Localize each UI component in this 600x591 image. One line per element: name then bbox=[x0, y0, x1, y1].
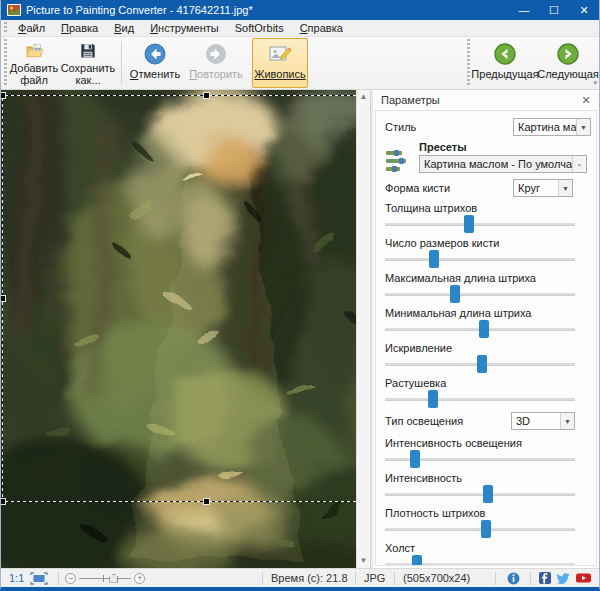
min-stroke-length-slider[interactable] bbox=[385, 322, 575, 336]
zoom-in-icon[interactable]: + bbox=[134, 573, 145, 584]
selection-handle-mid-left[interactable] bbox=[1, 295, 6, 302]
toolbar-overflow-icon[interactable]: ▾ bbox=[593, 79, 597, 87]
titlebar: Picture to Painting Converter - 41764221… bbox=[1, 0, 599, 20]
zoom-ratio-button[interactable]: 1:1 bbox=[5, 572, 28, 584]
lighting-intensity-slider[interactable] bbox=[385, 452, 575, 466]
toolbar-spacer bbox=[309, 37, 464, 89]
image-canvas[interactable] bbox=[1, 90, 356, 568]
menu-file[interactable]: Файл bbox=[10, 21, 53, 35]
slider-row: Растушевка bbox=[385, 377, 591, 406]
parameters-panel: Параметры ✕ Стиль Картина маслом ▼ bbox=[373, 90, 599, 568]
menu-help[interactable]: Справка bbox=[292, 21, 351, 35]
slider-row: Минимальная длина штриха bbox=[385, 307, 591, 336]
presets-dropdown[interactable]: Картина маслом - По умолча ⌄ bbox=[419, 155, 587, 173]
add-file-label: Добавить файл bbox=[10, 62, 59, 86]
zoom-slider[interactable]: − + bbox=[65, 573, 145, 584]
add-file-button[interactable]: Добавить файл bbox=[11, 38, 57, 88]
zoom-slider-thumb[interactable] bbox=[109, 574, 118, 583]
selection-handle-bottom-center[interactable] bbox=[203, 498, 210, 505]
slider-label: Толщина штрихов bbox=[385, 202, 591, 214]
brush-shape-dropdown[interactable]: Круг ▼ bbox=[513, 179, 573, 197]
next-icon bbox=[556, 42, 580, 66]
slider-label: Интенсивность bbox=[385, 472, 591, 484]
slider-thumb[interactable] bbox=[450, 285, 460, 303]
info-icon[interactable] bbox=[507, 572, 520, 585]
app-icon bbox=[7, 4, 21, 16]
youtube-icon[interactable] bbox=[576, 572, 591, 584]
twitter-icon[interactable] bbox=[557, 573, 570, 584]
slider-row: Максимальная длина штриха bbox=[385, 272, 591, 301]
previous-button[interactable]: Предыдущая bbox=[474, 38, 536, 88]
chevron-down-icon: ▼ bbox=[576, 119, 590, 135]
save-as-button[interactable]: Сохранить как... bbox=[59, 38, 117, 88]
slider-thumb[interactable] bbox=[412, 555, 422, 566]
toolbar-grip[interactable] bbox=[3, 39, 8, 87]
panel-close-icon[interactable]: ✕ bbox=[579, 94, 593, 107]
curvature-slider[interactable] bbox=[385, 357, 575, 371]
toolbar-separator bbox=[121, 41, 122, 85]
menu-view[interactable]: Вид bbox=[106, 21, 142, 35]
paint-label: Живопись bbox=[254, 68, 305, 80]
window-title: Picture to Painting Converter - 41764221… bbox=[26, 4, 509, 16]
presets-label: Пресеты bbox=[419, 141, 587, 153]
slider-label: Искривление bbox=[385, 342, 591, 354]
menubar-grip[interactable] bbox=[3, 22, 8, 34]
slider-label: Растушевка bbox=[385, 377, 591, 389]
scroll-down-icon[interactable]: ▼ bbox=[360, 556, 368, 566]
image-scrollbar[interactable]: ▲ ▼ bbox=[356, 90, 371, 568]
image-dimensions: (505x700x24) bbox=[395, 572, 495, 584]
style-dropdown[interactable]: Картина маслом ▼ bbox=[513, 118, 591, 136]
zoom-slider-track[interactable] bbox=[79, 573, 131, 584]
previous-label: Предыдущая bbox=[471, 68, 538, 80]
slider-thumb[interactable] bbox=[477, 355, 487, 373]
canvas-slider[interactable] bbox=[385, 557, 575, 566]
slider-thumb[interactable] bbox=[483, 485, 493, 503]
panel-title: Параметры bbox=[381, 94, 579, 106]
zoom-out-icon[interactable]: − bbox=[65, 573, 76, 584]
max-stroke-length-slider[interactable] bbox=[385, 287, 575, 301]
slider-row: Число размеров кисти bbox=[385, 237, 591, 266]
nav-toolbar-grip[interactable] bbox=[466, 39, 471, 87]
menu-tools[interactable]: Инструменты bbox=[142, 21, 227, 35]
undo-button[interactable]: Отменить bbox=[126, 38, 184, 88]
menubar: Файл Правка Вид Инструменты SoftOrbits С… bbox=[1, 20, 599, 37]
intensity-slider[interactable] bbox=[385, 487, 575, 501]
menu-edit[interactable]: Правка bbox=[53, 21, 106, 35]
redo-label: Повторить bbox=[189, 68, 243, 80]
lighting-type-dropdown[interactable]: 3D ▼ bbox=[511, 412, 575, 430]
scroll-up-icon[interactable]: ▲ bbox=[360, 92, 368, 102]
redo-button[interactable]: Повторить bbox=[186, 38, 246, 88]
selection-handle-top-left[interactable] bbox=[1, 92, 6, 99]
close-button[interactable]: ✕ bbox=[569, 0, 599, 20]
processing-time: Время (с): 21.8 bbox=[263, 572, 355, 584]
slider-label: Минимальная длина штриха bbox=[385, 307, 591, 319]
minimize-button[interactable]: — bbox=[509, 0, 539, 20]
stroke-thickness-slider[interactable] bbox=[385, 217, 575, 231]
facebook-icon[interactable] bbox=[539, 572, 551, 584]
fit-screen-icon[interactable] bbox=[30, 572, 48, 585]
slider-thumb[interactable] bbox=[479, 320, 489, 338]
slider-thumb[interactable] bbox=[464, 215, 474, 233]
paint-button[interactable]: Живопись bbox=[252, 38, 308, 88]
selection-handle-top-center[interactable] bbox=[203, 92, 210, 99]
app-window: Picture to Painting Converter - 41764221… bbox=[0, 0, 600, 591]
presets-icon bbox=[385, 149, 411, 173]
slider-row: Искривление bbox=[385, 342, 591, 371]
next-label: Следующая bbox=[537, 68, 599, 80]
slider-thumb[interactable] bbox=[428, 390, 438, 408]
slider-thumb[interactable] bbox=[410, 450, 420, 468]
slider-thumb[interactable] bbox=[481, 520, 491, 538]
next-button[interactable]: Следующая bbox=[538, 38, 598, 88]
feathering-slider[interactable] bbox=[385, 392, 575, 406]
stroke-density-slider[interactable] bbox=[385, 522, 575, 536]
brush-sizes-slider[interactable] bbox=[385, 252, 575, 266]
toolbar: Добавить файл Сохранить как... Отменить bbox=[1, 37, 599, 90]
slider-label: Интенсивность освещения bbox=[385, 437, 591, 449]
undo-icon bbox=[143, 42, 167, 66]
statusbar: 1:1 − + Время (с): 21.8 JPG (505x700x24) bbox=[1, 568, 599, 587]
menu-softorbits[interactable]: SoftOrbits bbox=[227, 21, 292, 35]
maximize-button[interactable]: ☐ bbox=[539, 0, 569, 20]
selection-handle-bottom-left[interactable] bbox=[1, 498, 6, 505]
statusbar-separator bbox=[58, 572, 59, 585]
slider-thumb[interactable] bbox=[429, 250, 439, 268]
